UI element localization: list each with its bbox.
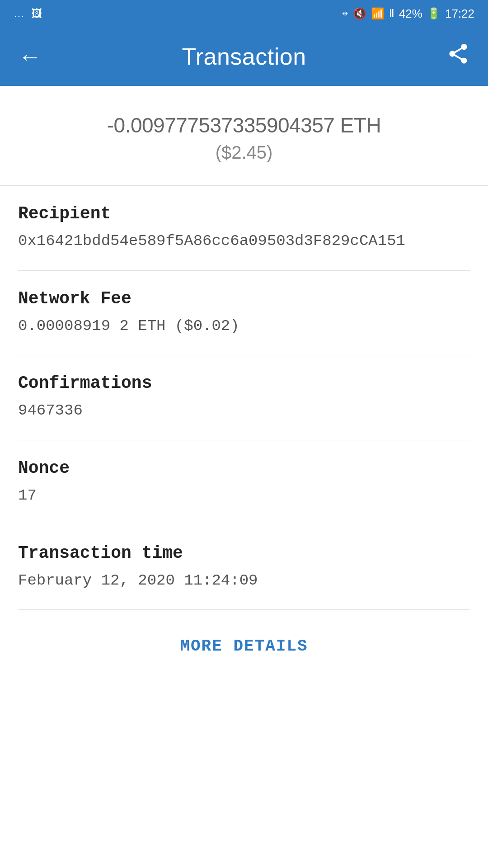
recipient-row: Recipient 0x16421bdd54e589f5A86cc6a09503…: [18, 186, 470, 271]
nonce-label: Nonce: [18, 458, 470, 478]
signal-icon: Ⅱ: [389, 7, 394, 20]
status-bar-right-icons: ⌖ 🔇 📶 Ⅱ 42% 🔋 17:22: [342, 7, 474, 21]
page-title: Transaction: [182, 43, 306, 70]
share-button[interactable]: [446, 42, 470, 71]
nonce-row: Nonce 17: [18, 440, 470, 525]
image-icon: 🖼: [32, 7, 42, 20]
amount-usd: ($2.45): [18, 142, 470, 163]
more-details-section: MORE DETAILS: [0, 610, 488, 683]
network-fee-value: 0.00008919 2 ETH ($0.02): [18, 316, 470, 337]
recipient-value: 0x16421bdd54e589f5A86cc6a09503d3F829cCA1…: [18, 231, 470, 252]
status-bar-left-icons: … 🖼: [14, 7, 42, 20]
wifi-icon: 📶: [371, 7, 385, 20]
amount-eth: -0.009777537335904357 ETH: [18, 113, 470, 138]
app-bar: ← Transaction: [0, 27, 488, 86]
network-fee-label: Network Fee: [18, 289, 470, 308]
network-fee-row: Network Fee 0.00008919 2 ETH ($0.02): [18, 271, 470, 356]
confirmations-value: 9467336: [18, 400, 470, 422]
back-button[interactable]: ←: [18, 43, 42, 70]
detail-section: Recipient 0x16421bdd54e589f5A86cc6a09503…: [0, 186, 488, 610]
amount-section: -0.009777537335904357 ETH ($2.45): [0, 86, 488, 186]
status-bar: … 🖼 ⌖ 🔇 📶 Ⅱ 42% 🔋 17:22: [0, 0, 488, 27]
confirmations-row: Confirmations 9467336: [18, 355, 470, 440]
message-icon: …: [14, 7, 24, 20]
transaction-time-row: Transaction time February 12, 2020 11:24…: [18, 525, 470, 610]
battery-percent: 42%: [399, 7, 422, 21]
transaction-time-value: February 12, 2020 11:24:09: [18, 570, 470, 592]
nonce-value: 17: [18, 485, 470, 507]
confirmations-label: Confirmations: [18, 373, 470, 393]
mute-icon: 🔇: [353, 7, 366, 20]
transaction-time-label: Transaction time: [18, 543, 470, 563]
recipient-label: Recipient: [18, 204, 470, 223]
clock: 17:22: [445, 7, 474, 21]
battery-icon: 🔋: [427, 7, 441, 20]
more-details-button[interactable]: MORE DETAILS: [180, 637, 308, 656]
share-icon: [446, 42, 470, 66]
location-icon: ⌖: [342, 7, 348, 20]
